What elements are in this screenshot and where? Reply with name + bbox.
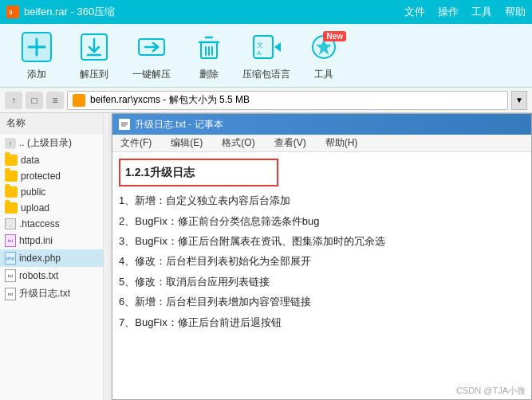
folder-icon xyxy=(5,155,18,166)
item-data: data xyxy=(21,155,39,166)
notepad-line-4: 4、修改：后台栏目列表初始化为全部展开 xyxy=(119,252,525,270)
notepad-line-1: 1、新增：自定义独立表内容后台添加 xyxy=(119,191,525,210)
notepad-line-2: 2、BugFix：修正前台分类信息筛选条件bug xyxy=(119,212,525,230)
php-icon: php xyxy=(5,252,16,265)
add-button[interactable]: 添加 xyxy=(8,28,65,84)
list-item[interactable]: php index.php xyxy=(0,249,103,267)
add-icon xyxy=(19,29,54,65)
new-badge: New xyxy=(323,31,346,41)
svg-text:A: A xyxy=(257,49,262,57)
add-label: 添加 xyxy=(27,68,46,81)
svg-text:3: 3 xyxy=(9,9,13,16)
main-area: 名称 ↑ .. (上级目录) data protected public upl… xyxy=(0,113,532,400)
notepad-window: 升级日志.txt - 记事本 文件(F) 编辑(E) 格式(O) 查看(V) 帮… xyxy=(112,113,532,400)
list-item[interactable]: public xyxy=(0,184,103,200)
address-bar: ↑ □ ≡ beifen.rar\yxcms - 解包大小为 5.5 MB ▼ xyxy=(0,88,532,113)
onekey-icon xyxy=(134,29,169,65)
address-input[interactable]: beifen.rar\yxcms - 解包大小为 5.5 MB xyxy=(67,91,508,110)
item-httpd: httpd.ini xyxy=(19,235,53,246)
list-item[interactable]: txt 升级日志.txt xyxy=(0,284,103,303)
list-button[interactable]: ≡ xyxy=(46,92,64,109)
extract-label: 解压到 xyxy=(80,68,108,81)
notepad-menu-file[interactable]: 文件(F) xyxy=(117,135,155,151)
up-button[interactable]: ↑ xyxy=(5,92,22,109)
extract-icon xyxy=(77,29,112,65)
menu-file[interactable]: 文件 xyxy=(404,5,425,19)
notepad-menu-edit[interactable]: 编辑(E) xyxy=(167,135,206,151)
notepad-line-3: 3、BugFix：修正后台附属表在资讯、图集添加时的冗余选 xyxy=(119,232,525,250)
onekey-label: 一键解压 xyxy=(132,68,171,81)
list-item[interactable]: upload xyxy=(0,200,103,216)
onekey-button[interactable]: 一键解压 xyxy=(123,28,180,84)
notepad-menu-view[interactable]: 查看(V) xyxy=(271,135,309,151)
addr-dropdown[interactable]: ▼ xyxy=(511,91,527,110)
notepad-menubar: 文件(F) 编辑(E) 格式(O) 查看(V) 帮助(H) xyxy=(112,135,531,152)
back-button[interactable]: □ xyxy=(26,92,43,109)
compress-button[interactable]: 文 A 压缩包语言 xyxy=(238,28,295,84)
notepad-title-text: 升级日志.txt - 记事本 xyxy=(135,118,223,131)
htaccess-icon: . xyxy=(5,218,16,229)
item-protected: protected xyxy=(21,171,61,182)
delete-button[interactable]: 删除 xyxy=(180,28,238,84)
notepad-line-5: 5、修改：取消后台应用列表链接 xyxy=(119,273,525,291)
delete-label: 删除 xyxy=(199,68,219,81)
notepad-menu-help[interactable]: 帮助(H) xyxy=(322,135,361,151)
notepad-icon xyxy=(119,119,130,130)
txt-icon: txt xyxy=(5,288,16,300)
list-item[interactable]: ini httpd.ini xyxy=(0,232,103,249)
svg-text:文: 文 xyxy=(257,41,263,49)
list-item[interactable]: data xyxy=(0,152,103,168)
tools-button[interactable]: New 工具 xyxy=(295,28,353,84)
menu-ops[interactable]: 操作 xyxy=(438,5,459,19)
up-dir-icon: ↑ xyxy=(5,138,16,149)
folder-icon xyxy=(5,186,18,198)
delete-icon xyxy=(191,29,227,65)
right-panel: 升级日志.txt - 记事本 文件(F) 编辑(E) 格式(O) 查看(V) 帮… xyxy=(104,113,532,400)
watermark: CSDN @TJA小微 xyxy=(456,385,526,397)
toolbar: 添加 解压到 一键解压 xyxy=(0,24,532,88)
compress-label: 压缩包语言 xyxy=(242,68,290,81)
item-robots: robots.txt xyxy=(19,270,58,281)
item-upgrade: 升级日志.txt xyxy=(19,287,70,300)
item-index: index.php xyxy=(19,253,61,264)
address-text: beifen.rar\yxcms - 解包大小为 5.5 MB xyxy=(90,93,250,107)
file-list-header: 名称 xyxy=(0,113,103,134)
extract-button[interactable]: 解压到 xyxy=(65,28,123,84)
txt-icon: txt xyxy=(5,269,16,282)
item-public: public xyxy=(21,186,45,198)
folder-addr-icon xyxy=(73,94,85,107)
item-htaccess: .htaccess xyxy=(19,218,60,229)
app-icon: 3 xyxy=(6,6,19,18)
left-panel: 名称 ↑ .. (上级目录) data protected public upl… xyxy=(0,113,104,400)
list-item[interactable]: ↑ .. (上级目录) xyxy=(0,134,103,152)
folder-icon xyxy=(5,202,18,214)
list-item[interactable]: txt robots.txt xyxy=(0,267,103,284)
title-menu: 文件 操作 工具 帮助 xyxy=(404,5,526,19)
menu-help[interactable]: 帮助 xyxy=(505,5,526,19)
title-bar: 3 beifen.rar - 360压缩 文件 操作 工具 帮助 xyxy=(0,0,532,24)
folder-icon xyxy=(5,171,18,182)
list-item[interactable]: protected xyxy=(0,168,103,184)
app-title: beifen.rar - 360压缩 xyxy=(24,5,404,19)
notepad-line-7: 7、BugFix：修正后台前进后退按钮 xyxy=(119,313,525,331)
list-item[interactable]: . .htaccess xyxy=(0,216,103,232)
menu-tools[interactable]: 工具 xyxy=(471,5,492,19)
ini-icon: ini xyxy=(5,234,16,247)
tools-label: 工具 xyxy=(314,68,333,81)
compress-icon: 文 A xyxy=(249,29,284,65)
notepad-menu-format[interactable]: 格式(O) xyxy=(219,135,258,151)
notepad-line-6: 6、新增：后台栏目列表增加内容管理链接 xyxy=(119,292,525,311)
up-dir-label: .. (上级目录) xyxy=(19,136,72,150)
svg-marker-23 xyxy=(274,42,281,52)
item-upload: upload xyxy=(21,202,49,214)
notepad-heading[interactable]: 1.2.1升级日志 xyxy=(119,159,278,186)
notepad-content: 1.2.1升级日志 1、新增：自定义独立表内容后台添加 2、BugFix：修正前… xyxy=(112,152,531,399)
notepad-title-bar: 升级日志.txt - 记事本 xyxy=(112,114,531,135)
